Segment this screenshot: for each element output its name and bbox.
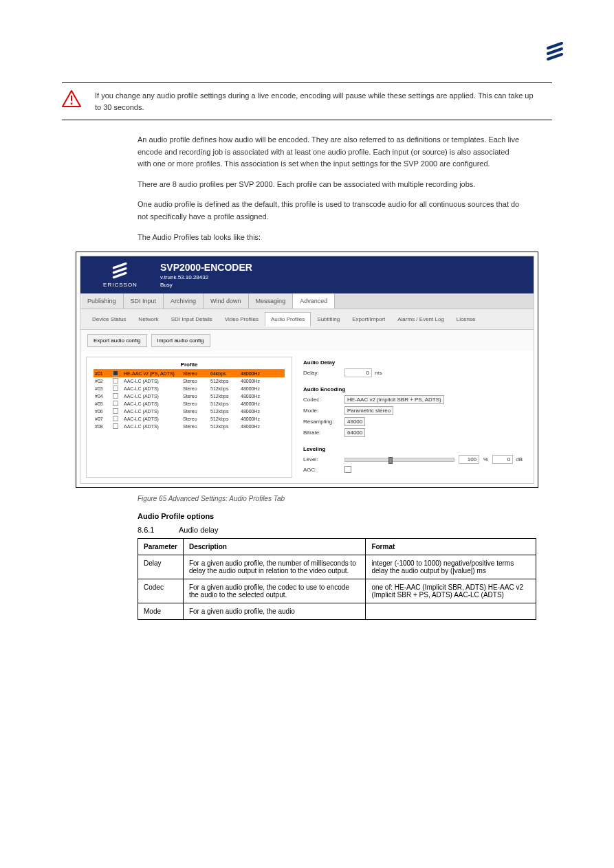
delay-unit: ms bbox=[375, 370, 382, 376]
agc-checkbox[interactable] bbox=[344, 466, 351, 473]
divider bbox=[62, 120, 552, 120]
tab-archiving[interactable]: Archiving bbox=[164, 293, 204, 309]
pct-unit: % bbox=[483, 456, 488, 463]
mode-label: Mode: bbox=[303, 408, 344, 414]
app-status: Busy bbox=[160, 282, 528, 288]
subtab-audio-profiles[interactable]: Audio Profiles bbox=[265, 312, 311, 326]
agc-label: AGC: bbox=[303, 467, 344, 473]
subtab-license[interactable]: License bbox=[450, 312, 482, 326]
resampling-select[interactable]: 48000 bbox=[344, 417, 365, 426]
svg-line-5 bbox=[113, 264, 125, 268]
warning-icon bbox=[62, 90, 81, 111]
tab-messaging[interactable]: Messaging bbox=[249, 293, 294, 309]
subtab-sdi-input-details[interactable]: SDI Input Details bbox=[165, 312, 219, 326]
resampling-label: Resampling: bbox=[303, 419, 344, 425]
profile-checkbox[interactable] bbox=[113, 401, 118, 406]
options-heading: Audio Profile options bbox=[138, 512, 552, 520]
section-heading: 8.6.1Audio delay bbox=[138, 526, 552, 534]
profile-checkbox[interactable] bbox=[113, 408, 118, 414]
svg-line-0 bbox=[548, 43, 562, 48]
delay-input[interactable]: 0 bbox=[344, 368, 372, 377]
audio-delay-section: Audio Delay Delay: 0 ms bbox=[303, 359, 523, 379]
profile-row[interactable]: #08AAC-LC (ADTS)Stereo512kbps48000Hz bbox=[94, 423, 285, 430]
subtab-export-import[interactable]: Export/Import bbox=[346, 312, 391, 326]
profile-checkbox[interactable] bbox=[113, 416, 118, 421]
level-slider[interactable] bbox=[344, 458, 454, 462]
app-version: v.trunk.53.10.28432 bbox=[160, 274, 528, 280]
profile-row[interactable]: #05AAC-LC (ADTS)Stereo512kbps48000Hz bbox=[94, 400, 285, 408]
mode-select[interactable]: Parametric stereo bbox=[344, 406, 393, 415]
profile-row[interactable]: #01HE-AAC v2 (PS, ADTS)Stereo64kbps48000… bbox=[94, 370, 285, 377]
svg-line-2 bbox=[548, 54, 562, 59]
divider bbox=[62, 82, 552, 83]
svg-point-4 bbox=[71, 103, 73, 105]
ericsson-logo-top bbox=[545, 41, 566, 62]
ericsson-logo: ERICSSON bbox=[86, 262, 155, 288]
subtab-video-profiles[interactable]: Video Profiles bbox=[219, 312, 265, 326]
main-tabs: PublishingSDI InputArchivingWind downMes… bbox=[80, 293, 534, 309]
delay-label: Delay: bbox=[303, 370, 344, 376]
app-header: ERICSSON SVP2000-ENCODER v.trunk.53.10.2… bbox=[80, 256, 534, 293]
level-db-input[interactable]: 0 bbox=[492, 455, 513, 464]
profile-row[interactable]: #02AAC-LC (ADTS)Stereo512kbps48000Hz bbox=[94, 377, 285, 385]
table-row: DelayFor a given audio profile, the numb… bbox=[138, 555, 536, 579]
profile-checkbox[interactable] bbox=[113, 423, 118, 429]
tab-advanced[interactable]: Advanced bbox=[293, 293, 335, 309]
level-pct-input[interactable]: 100 bbox=[459, 455, 479, 464]
warning-text: If you change any audio profile settings… bbox=[95, 90, 538, 113]
svg-line-7 bbox=[113, 274, 125, 278]
profile-row[interactable]: #04AAC-LC (ADTS)Stereo512kbps48000Hz bbox=[94, 392, 285, 400]
svg-line-6 bbox=[113, 269, 125, 273]
parameter-table: Parameter Description Format DelayFor a … bbox=[138, 538, 536, 620]
svg-line-1 bbox=[548, 49, 562, 54]
subtab-device-status[interactable]: Device Status bbox=[86, 312, 132, 326]
leveling-section: Leveling Level: 100 % 0 dB AGC: bbox=[303, 446, 523, 475]
intro-text: An audio profile defines how audio will … bbox=[138, 134, 525, 243]
codec-select[interactable]: HE-AAC v2 (implicit SBR + PS, ADTS) bbox=[344, 395, 444, 404]
profile-checkbox[interactable] bbox=[113, 386, 118, 391]
table-row: ModeFor a given audio profile, the audio bbox=[138, 603, 536, 620]
codec-label: Codec: bbox=[303, 397, 344, 403]
bitrate-label: Bitrate: bbox=[303, 430, 344, 436]
profile-checkbox[interactable] bbox=[113, 370, 118, 376]
bitrate-select[interactable]: 64000 bbox=[344, 428, 365, 437]
level-label: Level: bbox=[303, 456, 344, 463]
figure-caption: Figure 65 Advanced Settings: Audio Profi… bbox=[138, 495, 552, 502]
tab-publishing[interactable]: Publishing bbox=[80, 293, 124, 309]
sub-tabs: Device StatusNetworkSDI Input DetailsVid… bbox=[80, 309, 534, 330]
subtab-alarms-event-log[interactable]: Alarms / Event Log bbox=[391, 312, 450, 326]
profile-row[interactable]: #03AAC-LC (ADTS)Stereo512kbps48000Hz bbox=[94, 385, 285, 392]
profile-checkbox[interactable] bbox=[113, 378, 118, 383]
subtab-network[interactable]: Network bbox=[132, 312, 164, 326]
db-unit: dB bbox=[516, 456, 523, 463]
export-audio-config-button[interactable]: Export audio config bbox=[87, 334, 147, 347]
app-title: SVP2000-ENCODER bbox=[160, 262, 528, 273]
tab-wind-down[interactable]: Wind down bbox=[204, 293, 249, 309]
table-row: CodecFor a given audio profile, the code… bbox=[138, 579, 536, 603]
audio-encoding-section: Audio Encoding Codec: HE-AAC v2 (implici… bbox=[303, 386, 523, 439]
profile-list-panel: Profile #01HE-AAC v2 (PS, ADTS)Stereo64k… bbox=[86, 357, 292, 478]
profile-checkbox[interactable] bbox=[113, 393, 118, 399]
profile-list-header: Profile bbox=[94, 361, 285, 370]
tab-sdi-input[interactable]: SDI Input bbox=[124, 293, 164, 309]
profile-row[interactable]: #06AAC-LC (ADTS)Stereo512kbps48000Hz bbox=[94, 408, 285, 415]
subtab-subtitling[interactable]: Subtitling bbox=[311, 312, 346, 326]
import-audio-config-button[interactable]: Import audio config bbox=[151, 334, 210, 347]
screenshot-figure: ERICSSON SVP2000-ENCODER v.trunk.53.10.2… bbox=[76, 252, 538, 488]
profile-row[interactable]: #07AAC-LC (ADTS)Stereo512kbps48000Hz bbox=[94, 415, 285, 423]
